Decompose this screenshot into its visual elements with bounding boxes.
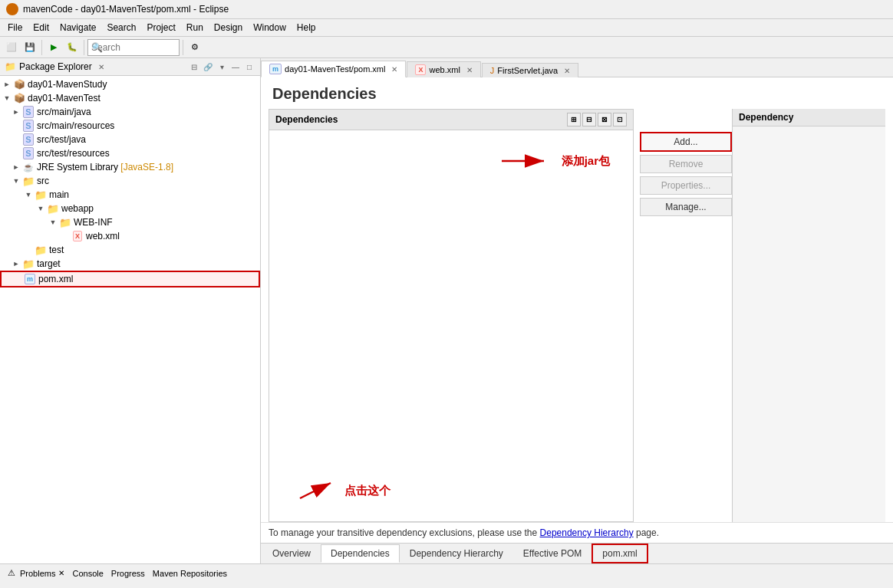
menu-item-project[interactable]: Project [142,21,180,34]
menu-item-design[interactable]: Design [209,21,247,34]
dep-icon-4[interactable]: ⊡ [613,113,627,126]
search-input[interactable] [87,39,180,56]
expand-arrow-test-folder[interactable] [25,246,32,254]
dep-icon-1[interactable]: ⊞ [567,113,581,126]
editor-tab-firstservlet-tab[interactable]: J FirstServlet.java✕ [482,63,578,77]
debug-btn[interactable]: 🐛 [64,39,81,56]
collapse-all-btn[interactable]: ⊟ [188,61,200,73]
package-explorer-label: Package Explorer [19,61,92,72]
tab-close-firstservlet-tab[interactable]: ✕ [564,67,570,75]
tree-item-main-folder[interactable]: ▼📁main [0,188,260,202]
panel-close-x[interactable]: ✕ [98,63,104,71]
menu-item-edit[interactable]: Edit [28,21,54,34]
menu-item-help[interactable]: Help [292,21,321,34]
tree-item-day01-maven-study[interactable]: ►📦day01-MavenStudy [0,77,260,91]
tree-label-main-folder: main [49,189,69,200]
tree-icon-main-folder: 📁 [35,189,47,201]
toolbar-btn-extra[interactable]: ⚙ [186,39,203,56]
tree-item-src-folder[interactable]: ▼📁src [0,174,260,188]
tree-item-target-folder[interactable]: ►📁target [0,257,260,271]
tree-item-src-test-java[interactable]: Ssrc/test/java [0,133,260,146]
tree-icon-src-test-java: S [22,133,35,146]
expand-arrow-src-main-java[interactable]: ► [12,108,20,116]
new-btn[interactable]: ⬜ [3,39,20,56]
right-panel: m day01-MavenTest/pom.xml✕X web.xml✕J Fi… [261,58,893,563]
properties-dependency-btn[interactable]: Properties... [640,176,732,195]
package-explorer-icon: 📁 [5,61,16,72]
bottom-tab-dependencies-tab[interactable]: Dependencies [321,544,400,563]
tab-icon-firstservlet-tab: J [490,66,495,75]
expand-arrow-day01-maven-test[interactable]: ▼ [3,94,11,102]
dep-hierarchy-link[interactable]: Dependency Hierarchy [540,527,634,538]
expand-arrow-webapp-folder[interactable]: ▼ [37,205,44,212]
status-problems: ⚠ Problems ✕ [6,568,64,579]
dependencies-section: Dependencies ⊞ ⊟ ⊠ ⊡ [261,109,893,522]
expand-arrow-src-main-resources[interactable] [12,122,20,130]
bottom-tab-dependency-hierarchy-tab[interactable]: Dependency Hierarchy [400,544,513,563]
tree-label-web-inf-folder: WEB-INF [74,217,113,228]
editor-tab-web-xml-tab[interactable]: X web.xml✕ [407,61,480,77]
tree-icon-target-folder: 📁 [22,258,35,270]
expand-arrow-src-folder[interactable]: ▼ [12,177,20,185]
expand-arrow-src-test-resources[interactable] [12,149,20,157]
expand-arrow-web-xml[interactable] [61,232,69,240]
tree-item-src-test-resources[interactable]: Ssrc/test/resources [0,146,260,160]
main-layout: 📁 Package Explorer ✕ ⊟ 🔗 ▾ — □ ►📦day01-M… [0,58,893,563]
tree-label-target-folder: target [37,258,61,269]
expand-arrow-target-folder[interactable]: ► [12,260,20,268]
panel-menu-btn[interactable]: ▾ [216,61,228,73]
bottom-tab-effective-pom-tab[interactable]: Effective POM [513,544,591,563]
tree-label-day01-maven-study: day01-MavenStudy [28,79,107,90]
dep-icon-3[interactable]: ⊠ [598,113,611,126]
tree-item-pom-xml[interactable]: mpom.xml [0,271,260,287]
tab-close-pom-xml-tab[interactable]: ✕ [391,65,397,74]
run-btn[interactable]: ▶ [45,39,62,56]
expand-arrow-day01-maven-study[interactable]: ► [3,80,11,88]
problems-close[interactable]: ✕ [58,569,64,577]
left-panel: 📁 Package Explorer ✕ ⊟ 🔗 ▾ — □ ►📦day01-M… [0,58,261,563]
tab-close-web-xml-tab[interactable]: ✕ [466,66,473,74]
search-wrapper: 🔍 [87,39,180,56]
tree-item-src-main-java[interactable]: ►Ssrc/main/java [0,105,260,119]
tree-icon-src-folder: 📁 [22,175,35,187]
expand-arrow-web-inf-folder[interactable]: ▼ [49,218,57,226]
menu-item-run[interactable]: Run [182,21,208,34]
tree-item-webapp-folder[interactable]: ▼📁webapp [0,202,260,215]
remove-dependency-btn[interactable]: Remove [640,155,732,173]
tree-item-test-folder[interactable]: 📁test [0,243,260,257]
tree-icon-src-main-java: S [22,106,35,118]
tree-item-day01-maven-test[interactable]: ▼📦day01-MavenTest [0,91,260,105]
expand-arrow-pom-xml[interactable] [14,275,21,283]
add-jar-annotation: 添加jar包 [494,146,610,176]
tree-label-pom-xml: pom.xml [38,274,73,284]
bottom-tab-overview-tab[interactable]: Overview [262,544,321,563]
dep-icon-2[interactable]: ⊟ [582,113,596,126]
menu-item-file[interactable]: File [3,21,27,34]
panel-minimize-btn[interactable]: — [229,61,242,73]
tree-item-web-inf-folder[interactable]: ▼📁WEB-INF [0,215,260,229]
expand-arrow-main-folder[interactable]: ▼ [25,191,32,199]
panel-maximize-btn[interactable]: □ [243,61,255,73]
tree-label-webapp-folder: webapp [61,203,94,214]
expand-arrow-jre-system-library[interactable]: ► [12,163,20,171]
expand-arrow-src-test-java[interactable] [12,136,20,143]
tree-label-src-test-java: src/test/java [37,134,86,145]
pom-editor: Dependencies Dependencies ⊞ ⊟ ⊠ ⊡ [261,77,893,563]
menu-item-navigate[interactable]: Navigate [55,21,101,34]
toolbar: ⬜ 💾 ▶ 🐛 🔍 ⚙ [0,37,893,58]
tree-item-jre-system-library[interactable]: ►☕JRE System Library [JavaSE-1.8] [0,160,260,174]
menu-item-search[interactable]: Search [102,21,140,34]
bottom-tab-pom-xml-bottom-tab[interactable]: pom.xml [591,544,648,563]
editor-tab-pom-xml-tab[interactable]: m day01-MavenTest/pom.xml✕ [261,61,406,77]
tree-item-src-main-resources[interactable]: Ssrc/main/resources [0,119,260,133]
menu-item-window[interactable]: Window [249,21,291,34]
manage-dependency-btn[interactable]: Manage... [640,198,732,216]
tree-label-src-main-resources: src/main/resources [37,120,114,131]
save-btn[interactable]: 💾 [21,39,38,56]
tree-icon-test-folder: 📁 [35,244,47,256]
tree-item-web-xml[interactable]: Xweb.xml [0,229,260,243]
dep-header-label: Dependencies [275,114,338,125]
link-editor-btn[interactable]: 🔗 [202,61,214,73]
toolbar-sep-1 [41,40,42,55]
add-dependency-btn[interactable]: Add... [640,132,732,152]
